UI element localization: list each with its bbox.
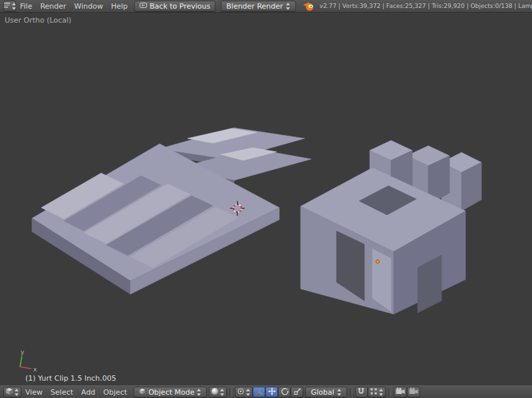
editor-type-selector[interactable] [3,1,16,11]
render-camera-icon [396,387,405,397]
back-to-previous-button[interactable]: Back to Previous [134,1,215,11]
back-to-previous-label: Back to Previous [150,2,210,11]
menu-window[interactable]: Window [70,2,107,11]
orientation-label: Global [311,388,334,397]
dropdown-arrows-icon [15,389,19,396]
manipulator-rotate-button[interactable] [278,387,291,397]
pivot-point-select[interactable] [235,387,253,397]
opengl-render-button[interactable] [394,387,407,397]
mesh-right-object[interactable] [301,140,481,314]
info-header: File Render Window Help Back to Previous… [0,0,532,13]
render-camera-anim-icon [409,387,418,397]
dropdown-arrows-icon [220,389,225,396]
rotate-arc-icon [281,387,289,397]
mesh-left-object[interactable] [32,128,311,294]
object-origin-dot [376,260,379,263]
view-orientation-label: User Ortho (Local) [5,16,71,25]
viewport-header: View Select Add Object Object Mode [0,385,532,398]
render-engine-label: Blender Render [226,2,283,11]
separator [229,388,232,397]
blender-logo-icon [303,1,315,11]
snap-toggle-button[interactable] [355,387,368,397]
mode-select-label: Object Mode [148,388,194,397]
3d-view-editor-icon [5,387,13,397]
scale-box-icon [293,387,301,397]
shading-sphere-icon [211,387,219,397]
opengl-render-anim-button[interactable] [407,387,420,397]
dropdown-arrows-icon [286,3,291,10]
snap-increment-icon [370,387,378,397]
window-back-icon [140,2,147,11]
axis-x-label: x [33,366,37,373]
mini-axis-gizmo-icon: x y [20,349,37,373]
transform-orientation-select[interactable]: Global [305,387,346,397]
mode-select[interactable]: Object Mode [134,387,207,397]
manipulator-scale-button[interactable] [291,387,303,397]
scene-canvas: x y [0,13,532,385]
menu-file[interactable]: File [16,2,36,11]
pivot-point-icon [237,387,245,397]
dropdown-arrows-icon [379,389,384,396]
editor-type-selector-3d[interactable] [3,387,21,397]
snap-element-select[interactable] [368,387,386,397]
scene-stats: v2.77 | Verts:39,372 | Faces:25,327 | Tr… [320,3,532,9]
render-engine-select[interactable]: Blender Render [221,1,295,11]
separator [388,388,391,397]
manipulator-toggle-button[interactable] [253,387,265,397]
viewport-shading-select[interactable] [209,387,227,397]
dropdown-arrows-icon [337,389,342,396]
menu-render[interactable]: Render [36,2,70,11]
separator [350,388,352,397]
snap-magnet-icon [357,387,365,397]
manipulator-translate-button[interactable] [265,387,278,397]
translate-arrows-icon [268,387,276,397]
active-object-label: (1) Yurt Clip 1.5 Inch.005 [25,374,116,383]
dropdown-arrows-icon [197,389,201,396]
manipulator-axis-icon [255,387,263,397]
dropdown-arrows-icon [12,3,17,10]
dropdown-arrows-icon [246,389,251,396]
menu-select[interactable]: Select [47,388,77,397]
menu-object[interactable]: Object [99,388,131,397]
info-editor-icon [3,1,11,11]
object-mode-cube-icon [139,388,146,397]
menu-view[interactable]: View [21,388,47,397]
menu-add[interactable]: Add [77,388,99,397]
menu-help[interactable]: Help [107,2,132,11]
viewport-3d[interactable]: x y User Ortho (Local) (1) Yurt Clip 1.5… [0,13,532,385]
axis-y-label: y [21,349,25,355]
